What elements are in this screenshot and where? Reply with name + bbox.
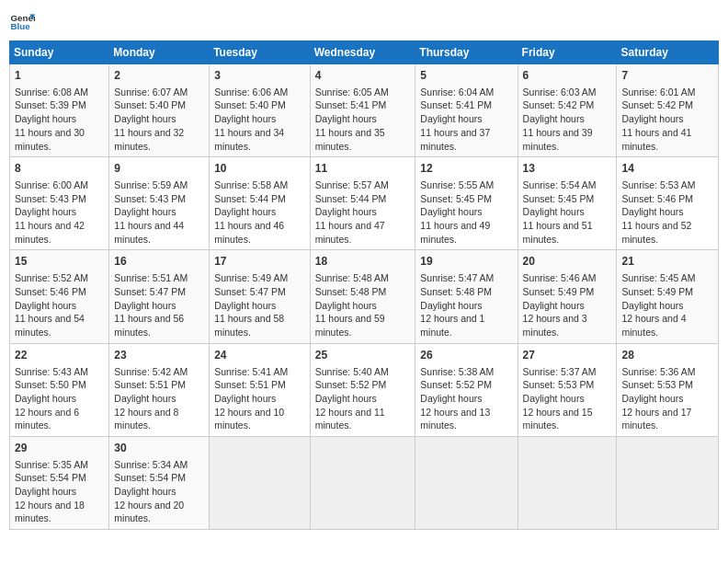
sunset: Sunset: 5:53 PM: [621, 379, 693, 390]
daylight-value: 12 hours and 4 minutes.: [621, 313, 686, 338]
calendar-cell: 15Sunrise: 5:52 AMSunset: 5:46 PMDayligh…: [10, 250, 109, 343]
sunset: Sunset: 5:44 PM: [315, 193, 387, 204]
sunset: Sunset: 5:45 PM: [523, 193, 595, 204]
logo-icon: General Blue: [9, 9, 35, 35]
daylight-label: Daylight hours: [621, 393, 683, 404]
sunrise: Sunrise: 5:58 AM: [214, 179, 288, 190]
calendar-cell: 10Sunrise: 5:58 AMSunset: 5:44 PMDayligh…: [210, 157, 311, 250]
calendar-cell: 18Sunrise: 5:48 AMSunset: 5:48 PMDayligh…: [310, 250, 415, 343]
calendar-week-4: 22Sunrise: 5:43 AMSunset: 5:50 PMDayligh…: [10, 343, 719, 436]
day-number: 11: [315, 161, 411, 177]
sunset: Sunset: 5:53 PM: [523, 379, 595, 390]
weekday-header-wednesday: Wednesday: [310, 41, 415, 64]
sunset: Sunset: 5:42 PM: [621, 99, 693, 110]
day-number: 22: [15, 348, 104, 363]
daylight-label: Daylight hours: [114, 113, 176, 124]
sunset: Sunset: 5:48 PM: [420, 286, 492, 297]
calendar-cell: 23Sunrise: 5:42 AMSunset: 5:51 PMDayligh…: [109, 343, 210, 436]
sunrise: Sunrise: 6:01 AM: [621, 86, 695, 98]
sunset: Sunset: 5:39 PM: [15, 99, 86, 110]
sunset: Sunset: 5:43 PM: [15, 193, 86, 204]
day-number: 19: [420, 254, 512, 270]
calendar-cell: 30Sunrise: 5:34 AMSunset: 5:54 PMDayligh…: [109, 436, 210, 529]
daylight-value: 12 hours and 13 minutes.: [420, 407, 490, 431]
daylight-value: 11 hours and 30 minutes.: [15, 127, 85, 152]
daylight-value: 12 hours and 15 minutes.: [523, 407, 593, 431]
daylight-value: 11 hours and 59 minutes.: [315, 313, 385, 338]
calendar-week-2: 8Sunrise: 6:00 AMSunset: 5:43 PMDaylight…: [10, 157, 719, 250]
sunrise: Sunrise: 6:04 AM: [420, 86, 494, 98]
calendar-cell: 17Sunrise: 5:49 AMSunset: 5:47 PMDayligh…: [210, 250, 311, 343]
day-number: 30: [114, 441, 204, 456]
daylight-value: 12 hours and 18 minutes.: [15, 500, 85, 524]
sunrise: Sunrise: 5:35 AM: [15, 459, 88, 470]
day-number: 29: [15, 441, 104, 456]
day-number: 15: [15, 254, 104, 270]
sunset: Sunset: 5:54 PM: [15, 472, 86, 483]
daylight-value: 12 hours and 10 minutes.: [214, 407, 284, 431]
day-number: 6: [523, 68, 612, 84]
sunset: Sunset: 5:47 PM: [214, 286, 286, 297]
daylight-label: Daylight hours: [214, 300, 276, 311]
day-number: 24: [214, 348, 305, 363]
calendar-cell: 12Sunrise: 5:55 AMSunset: 5:45 PMDayligh…: [415, 157, 518, 250]
daylight-label: Daylight hours: [315, 206, 377, 217]
day-number: 4: [315, 68, 411, 84]
daylight-label: Daylight hours: [621, 206, 683, 217]
calendar-week-1: 1Sunrise: 6:08 AMSunset: 5:39 PMDaylight…: [10, 64, 719, 157]
calendar-cell: 8Sunrise: 6:00 AMSunset: 5:43 PMDaylight…: [10, 157, 109, 250]
daylight-value: 12 hours and 17 minutes.: [621, 407, 691, 431]
calendar-cell: 11Sunrise: 5:57 AMSunset: 5:44 PMDayligh…: [310, 157, 415, 250]
sunset: Sunset: 5:51 PM: [214, 379, 286, 390]
calendar-cell: 7Sunrise: 6:01 AMSunset: 5:42 PMDaylight…: [617, 64, 719, 157]
day-number: 17: [214, 254, 305, 270]
sunset: Sunset: 5:48 PM: [315, 286, 387, 297]
daylight-value: 11 hours and 58 minutes.: [214, 313, 284, 338]
calendar-cell: [518, 436, 617, 529]
day-number: 28: [621, 348, 713, 363]
day-number: 8: [15, 161, 104, 177]
calendar-week-3: 15Sunrise: 5:52 AMSunset: 5:46 PMDayligh…: [10, 250, 719, 343]
sunset: Sunset: 5:49 PM: [523, 286, 595, 297]
calendar-cell: 24Sunrise: 5:41 AMSunset: 5:51 PMDayligh…: [210, 343, 311, 436]
day-number: 9: [114, 161, 204, 177]
daylight-value: 11 hours and 39 minutes.: [523, 127, 593, 152]
sunrise: Sunrise: 5:38 AM: [420, 366, 494, 377]
day-number: 18: [315, 254, 411, 270]
daylight-label: Daylight hours: [15, 113, 76, 124]
daylight-value: 11 hours and 47 minutes.: [315, 220, 385, 245]
day-number: 20: [523, 254, 612, 270]
sunset: Sunset: 5:46 PM: [621, 193, 693, 204]
calendar-cell: 1Sunrise: 6:08 AMSunset: 5:39 PMDaylight…: [10, 64, 109, 157]
weekday-header-sunday: Sunday: [10, 41, 109, 64]
daylight-value: 11 hours and 51 minutes.: [523, 220, 593, 245]
sunset: Sunset: 5:44 PM: [214, 193, 286, 204]
weekday-header-friday: Friday: [518, 41, 617, 64]
calendar-cell: [310, 436, 415, 529]
calendar-cell: 19Sunrise: 5:47 AMSunset: 5:48 PMDayligh…: [415, 250, 518, 343]
daylight-label: Daylight hours: [420, 206, 482, 217]
sunset: Sunset: 5:54 PM: [114, 472, 186, 483]
daylight-value: 12 hours and 3 minutes.: [523, 313, 587, 338]
daylight-label: Daylight hours: [523, 300, 585, 311]
daylight-label: Daylight hours: [315, 393, 377, 404]
daylight-label: Daylight hours: [214, 113, 276, 124]
daylight-label: Daylight hours: [15, 300, 76, 311]
daylight-label: Daylight hours: [420, 393, 482, 404]
daylight-label: Daylight hours: [315, 300, 377, 311]
daylight-label: Daylight hours: [621, 113, 683, 124]
sunrise: Sunrise: 5:42 AM: [114, 366, 188, 377]
sunrise: Sunrise: 5:52 AM: [15, 272, 88, 283]
daylight-label: Daylight hours: [315, 113, 377, 124]
daylight-label: Daylight hours: [214, 206, 276, 217]
day-number: 13: [523, 161, 612, 177]
calendar-cell: 21Sunrise: 5:45 AMSunset: 5:49 PMDayligh…: [617, 250, 719, 343]
sunrise: Sunrise: 5:46 AM: [523, 272, 597, 283]
daylight-label: Daylight hours: [114, 206, 176, 217]
day-number: 2: [114, 68, 204, 84]
daylight-value: 12 hours and 8 minutes.: [114, 407, 178, 431]
daylight-value: 11 hours and 35 minutes.: [315, 127, 385, 152]
daylight-value: 11 hours and 49 minutes.: [420, 220, 490, 245]
daylight-label: Daylight hours: [523, 393, 585, 404]
sunrise: Sunrise: 5:48 AM: [315, 272, 389, 283]
